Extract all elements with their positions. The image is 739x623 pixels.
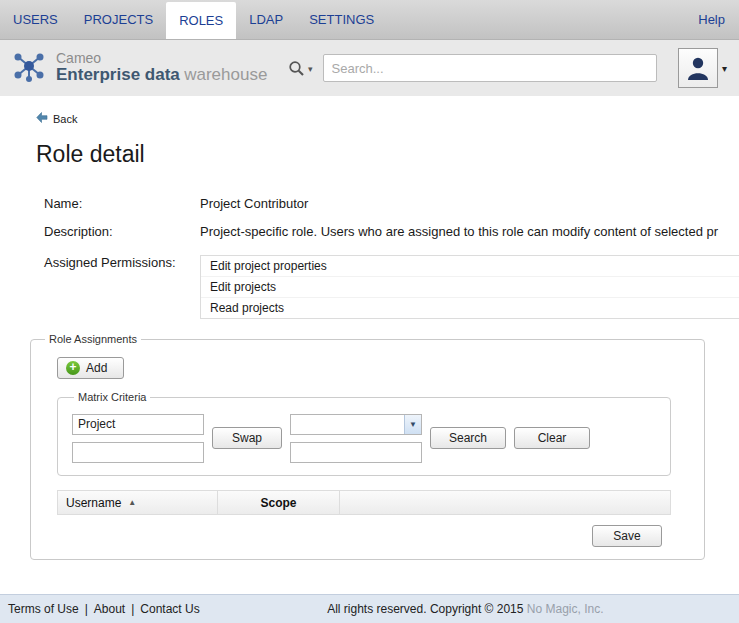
company-name: No Magic, Inc. <box>527 602 604 616</box>
description-row: Description: Project-specific role. User… <box>44 224 739 239</box>
swap-button[interactable]: Swap <box>212 427 282 449</box>
matrix-criteria-group: Matrix Criteria Swap ▼ Search Clear <box>57 391 671 476</box>
page-title: Role detail <box>36 141 739 168</box>
footer-separator: | <box>85 602 88 616</box>
app-root: USERS PROJECTS ROLES LDAP SETTINGS Help <box>0 0 739 623</box>
avatar[interactable] <box>678 48 718 88</box>
brand-name: Cameo <box>56 51 267 66</box>
role-assignments-group: Role Assignments + Add Matrix Criteria S… <box>30 333 705 560</box>
username-column-label: Username <box>66 496 121 510</box>
about-link[interactable]: About <box>94 602 125 616</box>
nav-item-projects[interactable]: PROJECTS <box>71 0 166 39</box>
permission-item[interactable]: Edit projects <box>201 277 739 298</box>
back-link[interactable]: Back <box>53 113 77 125</box>
column-header-empty <box>340 491 670 514</box>
help-link[interactable]: Help <box>684 0 739 39</box>
search-button[interactable]: Search <box>430 427 506 449</box>
add-button-label: Add <box>86 361 107 375</box>
save-row: Save <box>31 525 662 547</box>
footer-links: Terms of Use | About | Contact Us <box>8 602 200 616</box>
clear-button[interactable]: Clear <box>514 427 590 449</box>
column-header-username[interactable]: Username ▲ <box>58 491 218 514</box>
assignments-table-header: Username ▲ Scope <box>57 490 671 515</box>
nav-item-ldap[interactable]: LDAP <box>236 0 296 39</box>
brand: Cameo Enterprise data warehouse <box>10 47 288 89</box>
nav-item-users[interactable]: USERS <box>0 0 71 39</box>
criteria-right-bottom-input[interactable] <box>290 442 422 463</box>
column-header-scope[interactable]: Scope <box>218 491 340 514</box>
search-icon[interactable] <box>288 60 305 77</box>
add-button[interactable]: + Add <box>57 357 124 379</box>
plus-icon: + <box>66 361 80 375</box>
user-menu-caret-icon[interactable]: ▾ <box>722 63 727 74</box>
name-row: Name: Project Contributor <box>44 196 739 211</box>
criteria-left-top-input[interactable] <box>72 414 204 435</box>
role-assignments-legend: Role Assignments <box>45 333 141 345</box>
copyright-text: All rights reserved. Copyright © 2015 No… <box>200 602 731 616</box>
save-button[interactable]: Save <box>592 525 662 547</box>
nav-item-roles[interactable]: ROLES <box>166 2 236 39</box>
footer-separator: | <box>131 602 134 616</box>
main-content: Back Role detail Name: Project Contribut… <box>0 96 739 594</box>
nav-item-settings[interactable]: SETTINGS <box>296 0 387 39</box>
search-options-caret-icon[interactable]: ▾ <box>308 64 313 74</box>
criteria-select[interactable]: ▼ <box>290 414 422 435</box>
back-arrow-icon <box>36 112 48 125</box>
permissions-list: Edit project properties Edit projects Re… <box>200 255 739 319</box>
copyright-notice: All rights reserved. Copyright © 2015 <box>327 602 523 616</box>
sort-asc-icon: ▲ <box>128 498 136 507</box>
name-value: Project Contributor <box>200 196 739 211</box>
brand-product-light: warehouse <box>184 65 267 84</box>
user-menu: ▾ <box>678 48 729 88</box>
contact-us-link[interactable]: Contact Us <box>140 602 199 616</box>
combo-caret-icon[interactable]: ▼ <box>404 415 421 434</box>
permissions-label: Assigned Permissions: <box>44 255 200 270</box>
permissions-row: Assigned Permissions: Edit project prope… <box>44 255 739 319</box>
brand-text: Cameo Enterprise data warehouse <box>56 51 267 85</box>
top-nav: USERS PROJECTS ROLES LDAP SETTINGS Help <box>0 0 739 40</box>
permission-item[interactable]: Read projects <box>201 298 739 318</box>
matrix-criteria-legend: Matrix Criteria <box>74 391 150 403</box>
cameo-logo-icon <box>10 47 48 89</box>
criteria-grid: Swap ▼ Search Clear <box>72 413 656 463</box>
description-label: Description: <box>44 224 200 239</box>
brand-product-bold: Enterprise data <box>56 65 180 84</box>
permission-item[interactable]: Edit project properties <box>201 256 739 277</box>
back-row: Back <box>0 96 739 125</box>
criteria-left-bottom-input[interactable] <box>72 442 204 463</box>
description-value: Project-specific role. Users who are ass… <box>200 224 739 239</box>
app-header: Cameo Enterprise data warehouse ▾ <box>0 40 739 96</box>
name-label: Name: <box>44 196 200 211</box>
terms-of-use-link[interactable]: Terms of Use <box>8 602 79 616</box>
search-area: ▾ <box>288 54 657 82</box>
footer: Terms of Use | About | Contact Us All ri… <box>0 594 739 623</box>
search-input[interactable] <box>323 54 657 82</box>
